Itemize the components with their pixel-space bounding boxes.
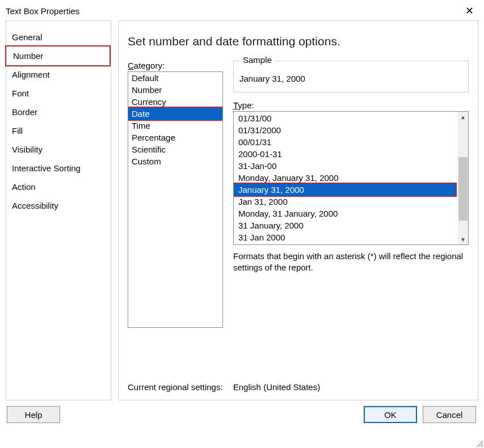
category-item[interactable]: Time xyxy=(128,120,222,132)
nav-item-general[interactable]: General xyxy=(6,28,111,47)
page-heading: Set number and date formatting options. xyxy=(128,35,469,48)
category-item[interactable]: Number xyxy=(128,84,222,96)
category-listbox[interactable]: DefaultNumberCurrencyDateTimePercentageS… xyxy=(128,71,223,328)
main-pane: Set number and date formatting options. … xyxy=(118,20,478,400)
scroll-up-icon[interactable]: ▲ xyxy=(458,112,468,122)
regional-label: Current regional settings: xyxy=(128,382,223,392)
type-label: Type: xyxy=(233,100,469,110)
type-item[interactable]: Monday, January 31, 2000 xyxy=(234,172,458,184)
type-item[interactable]: 01/31/00 xyxy=(234,112,458,124)
category-item[interactable]: Currency xyxy=(128,96,222,108)
category-item[interactable]: Scientific xyxy=(128,143,222,155)
nav-item-alignment[interactable]: Alignment xyxy=(6,65,111,84)
window-title: Text Box Properties xyxy=(6,6,79,16)
type-item[interactable]: January 31, 2000 xyxy=(234,183,457,197)
type-item[interactable]: 31 Jan 2000 xyxy=(234,231,458,243)
dialog-footer: Help OK Cancel xyxy=(0,400,484,429)
category-item[interactable]: Custom xyxy=(128,155,222,167)
regional-value: English (United States) xyxy=(233,382,320,392)
scrollbar[interactable]: ▲ ▼ xyxy=(458,112,468,244)
type-item[interactable]: Monday, January 31, 2000 1:30:00 PM xyxy=(234,243,458,244)
category-label: Category: xyxy=(128,61,223,70)
nav-item-visibility[interactable]: Visibility xyxy=(6,140,111,159)
category-item[interactable]: Date xyxy=(128,107,223,121)
type-item[interactable]: 31-Jan-00 xyxy=(234,160,458,172)
type-item[interactable]: Monday, 31 January, 2000 xyxy=(234,208,458,219)
type-item[interactable]: 2000-01-31 xyxy=(234,148,458,160)
type-item[interactable]: 31 January, 2000 xyxy=(234,219,458,231)
type-item[interactable]: Jan 31, 2000 xyxy=(234,196,458,208)
nav-item-interactive-sorting[interactable]: Interactive Sorting xyxy=(6,159,111,177)
type-item[interactable]: 01/31/2000 xyxy=(234,124,458,136)
cancel-button[interactable]: Cancel xyxy=(423,406,476,423)
format-hint: Formats that begin with an asterisk (*) … xyxy=(233,251,469,274)
type-listbox[interactable]: 01/31/0001/31/200000/01/312000-01-3131-J… xyxy=(233,111,469,245)
category-item[interactable]: Default xyxy=(128,72,222,84)
nav-pane: GeneralNumberAlignmentFontBorderFillVisi… xyxy=(6,20,111,400)
nav-item-action[interactable]: Action xyxy=(6,177,111,196)
help-button[interactable]: Help xyxy=(7,406,60,423)
sample-legend: Sample xyxy=(239,55,275,65)
nav-item-accessibility[interactable]: Accessibility xyxy=(6,196,111,215)
nav-item-font[interactable]: Font xyxy=(6,84,111,103)
ok-button[interactable]: OK xyxy=(364,406,417,423)
scroll-thumb[interactable] xyxy=(458,157,468,221)
nav-item-border[interactable]: Border xyxy=(6,103,111,121)
nav-item-number[interactable]: Number xyxy=(5,45,111,66)
regional-settings: Current regional settings: English (Unit… xyxy=(128,382,320,392)
resize-grip-icon[interactable] xyxy=(475,439,483,447)
type-item[interactable]: 00/01/31 xyxy=(234,136,458,148)
title-bar: Text Box Properties ✕ xyxy=(0,0,484,20)
nav-item-fill[interactable]: Fill xyxy=(6,121,111,140)
sample-group: Sample January 31, 2000 xyxy=(233,61,469,92)
category-item[interactable]: Percentage xyxy=(128,132,222,143)
close-icon[interactable]: ✕ xyxy=(461,3,478,18)
sample-value: January 31, 2000 xyxy=(239,74,305,83)
scroll-down-icon[interactable]: ▼ xyxy=(458,234,468,244)
